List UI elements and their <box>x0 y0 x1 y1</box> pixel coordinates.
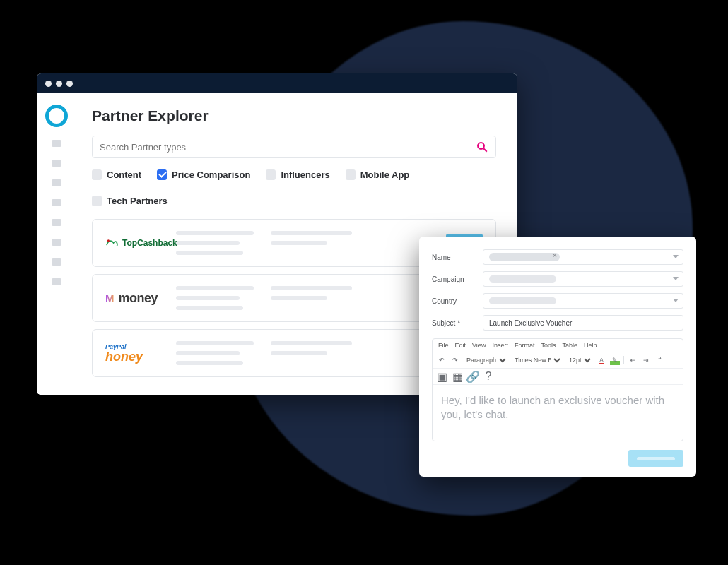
app-logo-icon <box>45 105 68 127</box>
filter-content[interactable]: Content <box>92 170 141 180</box>
svg-line-1 <box>483 148 487 152</box>
sidebar-item[interactable] <box>52 278 61 285</box>
redo-icon[interactable]: ↷ <box>450 355 460 365</box>
svg-point-2 <box>107 239 110 242</box>
name-select[interactable] <box>483 249 683 265</box>
sidebar-item[interactable] <box>52 140 61 147</box>
highlight-icon[interactable]: ✎ <box>610 355 620 365</box>
editor-toolbar-2: ▣ ▦ 🔗 ? <box>433 369 683 385</box>
search-bar[interactable] <box>92 136 496 158</box>
country-select[interactable] <box>483 293 683 309</box>
compose-panel: Name Campaign Country Subject * File Edi… <box>419 237 696 477</box>
editor-body[interactable]: Hey, I'd like to launch an exclusive vou… <box>433 385 683 441</box>
menu-edit[interactable]: Edit <box>455 342 466 349</box>
fontsize-select[interactable]: 12pt <box>566 356 593 364</box>
sidebar-item[interactable] <box>52 258 61 266</box>
filter-influencers[interactable]: Influencers <box>266 170 329 180</box>
help-icon[interactable]: ? <box>483 371 493 381</box>
sidebar-item[interactable] <box>52 160 61 167</box>
menu-help[interactable]: Help <box>584 342 597 349</box>
link-icon[interactable]: 🔗 <box>468 371 478 381</box>
window-dot-close[interactable] <box>45 81 52 87</box>
label-name: Name <box>432 254 476 261</box>
chevron-down-icon <box>673 255 679 258</box>
name-tag[interactable] <box>489 253 560 261</box>
send-button[interactable] <box>628 450 683 467</box>
filter-row: Content Price Comparison Influencers Mob… <box>92 170 496 206</box>
chevron-down-icon <box>673 277 679 280</box>
svg-point-0 <box>478 143 484 149</box>
chevron-down-icon <box>673 299 679 302</box>
window-dot-min[interactable] <box>56 81 62 87</box>
indent-icon[interactable]: ⇥ <box>641 355 651 365</box>
label-subject: Subject * <box>432 319 476 327</box>
partner-logo-money: Mmoney <box>105 291 176 306</box>
partner-logo-topcashback: TopCashback <box>105 237 176 249</box>
window-dot-max[interactable] <box>66 81 73 87</box>
quote-icon[interactable]: ❝ <box>654 355 664 365</box>
sidebar-item[interactable] <box>52 199 61 206</box>
paragraph-select[interactable]: Paragraph <box>464 356 508 364</box>
window-titlebar <box>37 73 517 93</box>
sidebar-item[interactable] <box>52 219 61 226</box>
editor-toolbar: ↶ ↷ Paragraph Times New R… 12pt A ✎ ⇤ ⇥ … <box>433 352 683 369</box>
sidebar-item[interactable] <box>52 239 61 246</box>
outdent-icon[interactable]: ⇤ <box>628 355 638 365</box>
subject-input[interactable] <box>483 315 683 331</box>
label-country: Country <box>432 297 476 305</box>
image-icon[interactable]: ▣ <box>437 371 447 381</box>
filter-mobile-app[interactable]: Mobile App <box>346 170 410 180</box>
undo-icon[interactable]: ↶ <box>437 355 447 365</box>
sidebar <box>37 93 76 395</box>
filter-tech-partners[interactable]: Tech Partners <box>92 196 168 206</box>
menu-file[interactable]: File <box>438 342 449 349</box>
label-campaign: Campaign <box>432 275 476 283</box>
menu-view[interactable]: View <box>472 342 486 349</box>
font-select[interactable]: Times New R… <box>512 356 563 364</box>
sidebar-item[interactable] <box>52 179 61 186</box>
page-title: Partner Explorer <box>92 107 496 124</box>
partner-logo-honey: PayPalhoney <box>105 344 176 363</box>
search-icon <box>476 141 488 153</box>
menu-format[interactable]: Format <box>515 342 535 349</box>
rich-text-editor: File Edit View Insert Format Tools Table… <box>432 338 683 441</box>
search-input[interactable] <box>100 142 476 153</box>
menu-tools[interactable]: Tools <box>541 342 556 349</box>
campaign-select[interactable] <box>483 271 683 287</box>
filter-price-comparison[interactable]: Price Comparison <box>157 170 250 180</box>
table-icon[interactable]: ▦ <box>452 371 462 381</box>
editor-menubar: File Edit View Insert Format Tools Table… <box>433 339 683 352</box>
menu-table[interactable]: Table <box>562 342 577 349</box>
textcolor-icon[interactable]: A <box>597 355 606 365</box>
menu-insert[interactable]: Insert <box>492 342 508 349</box>
subject-field[interactable] <box>489 319 677 327</box>
